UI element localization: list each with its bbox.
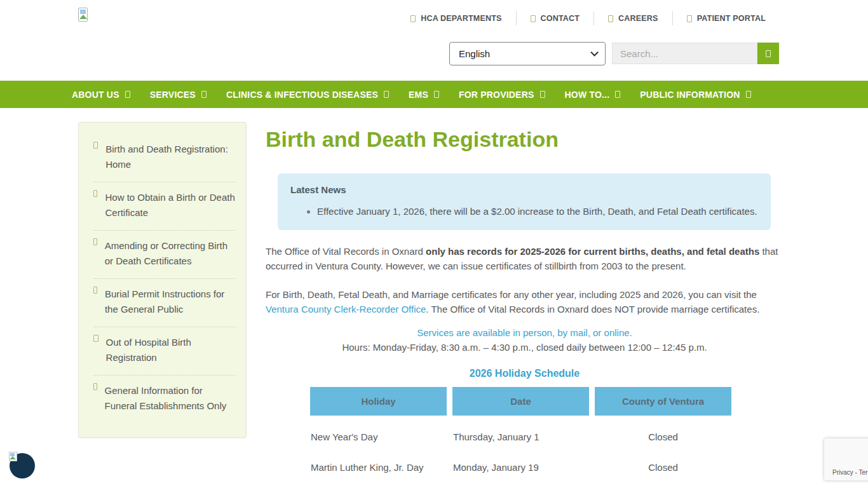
main-content: Birth and Death Registration Latest News… (266, 108, 783, 488)
content-area: Birth and Death Registration: Home How t… (0, 108, 868, 488)
latest-news-item: Effective January 1, 2026, there will be… (317, 205, 758, 219)
language-selected-value: English (459, 48, 490, 59)
chevron-down-icon (590, 48, 599, 57)
nav-for-providers[interactable]: FOR PROVIDERS (459, 90, 545, 100)
clerk-recorder-link[interactable]: Ventura County Clerk-Recorder Office (266, 304, 426, 315)
main-nav: ABOUT US SERVICES CLINICS & INFECTIOUS D… (0, 81, 868, 108)
user-icon (687, 15, 692, 22)
briefcase-icon (608, 15, 613, 22)
link-hca-departments[interactable]: HCA DEPARTMENTS (397, 14, 515, 23)
latest-news-list: Effective January 1, 2026, there will be… (317, 205, 758, 219)
page-title: Birth and Death Registration (266, 127, 783, 152)
bullet-icon (93, 383, 97, 390)
chevron-down-icon (125, 91, 130, 98)
search-icon (766, 50, 771, 57)
envelope-icon (531, 15, 536, 22)
broken-image-icon (9, 452, 17, 461)
column-header-date: Date (452, 387, 589, 416)
divider (93, 375, 236, 376)
nav-ems[interactable]: EMS (409, 90, 439, 100)
table-row: New Year's Day Thursday, January 1 Close… (310, 416, 731, 446)
nav-how-to[interactable]: HOW TO... (565, 90, 621, 100)
broken-logo-image-icon (78, 8, 88, 22)
search-button[interactable] (757, 43, 779, 64)
sidebar-item-obtain-certificate[interactable]: How to Obtain a Birth or Death Certifica… (93, 184, 236, 229)
table-row: Martin Luther King, Jr. Day Monday, Janu… (310, 446, 731, 477)
divider (93, 278, 236, 279)
link-label: CAREERS (618, 14, 658, 23)
nav-clinics-infectious-diseases[interactable]: CLINICS & INFECTIOUS DISEASES (226, 90, 389, 100)
link-label: HCA DEPARTMENTS (421, 14, 501, 23)
sidebar-item-amending-certificates[interactable]: Amending or Correcting Birth or Death Ce… (93, 232, 236, 277)
chevron-down-icon (615, 91, 620, 98)
services-availability-line: Services are available in person, by mai… (266, 325, 783, 340)
nav-public-information[interactable]: PUBLIC INFORMATION (640, 90, 750, 100)
services-link[interactable]: Services are available in person, by mai… (417, 327, 632, 338)
link-contact[interactable]: CONTACT (517, 14, 594, 23)
chevron-down-icon (540, 91, 545, 98)
utility-nav: HCA DEPARTMENTS CONTACT CAREERS PATIENT … (397, 11, 780, 25)
bullet-icon (93, 190, 97, 197)
divider (93, 327, 236, 327)
page: HCA DEPARTMENTS CONTACT CAREERS PATIENT … (0, 0, 868, 488)
table-row: President's Day Monday, February 16 Clos… (310, 477, 731, 488)
chevron-down-icon (746, 91, 751, 98)
language-select[interactable]: English (449, 42, 606, 65)
sidebar-item-funeral-establishments[interactable]: General Information for Funeral Establis… (93, 377, 236, 422)
bullet-icon (93, 287, 97, 294)
building-icon (410, 15, 416, 22)
sidebar-item-home[interactable]: Birth and Death Registration: Home (93, 135, 236, 180)
link-label: CONTACT (541, 14, 580, 23)
sidebar-item-burial-permit[interactable]: Burial Permit Instructions for the Gener… (93, 280, 236, 325)
site-header: HCA DEPARTMENTS CONTACT CAREERS PATIENT … (0, 0, 868, 81)
latest-news-box: Latest News Effective January 1, 2026, t… (278, 173, 771, 230)
recaptcha-terms-link[interactable]: Privacy - Terms (832, 469, 868, 476)
chevron-down-icon (384, 91, 389, 98)
table-header-row: Holiday Date County of Ventura (310, 387, 731, 416)
chevron-down-icon (434, 91, 439, 98)
nav-about-us[interactable]: ABOUT US (72, 90, 130, 100)
link-label: PATIENT PORTAL (697, 14, 766, 23)
bullet-icon (93, 335, 98, 342)
bullet-icon (93, 142, 98, 149)
column-header-holiday: Holiday (310, 387, 447, 416)
link-patient-portal[interactable]: PATIENT PORTAL (673, 14, 780, 23)
section-sidebar: Birth and Death Registration: Home How t… (78, 122, 247, 438)
holiday-schedule-table: Holiday Date County of Ventura New Year'… (310, 387, 731, 488)
latest-news-title: Latest News (290, 184, 758, 195)
search-bar (612, 43, 779, 64)
bullet-icon (93, 238, 97, 245)
recaptcha-badge[interactable]: Privacy - Terms (824, 438, 868, 480)
divider (93, 182, 236, 182)
holiday-schedule-title: 2026 Holiday Schedule (266, 368, 783, 379)
hours-line: Hours: Monday-Friday, 8:30 a.m. – 4:30 p… (266, 340, 783, 355)
column-header-county: County of Ventura (595, 387, 731, 416)
paragraph-other-years: For Birth, Death, Fetal Death, and Marri… (266, 287, 783, 316)
link-careers[interactable]: CAREERS (594, 14, 672, 23)
table-body: New Year's Day Thursday, January 1 Close… (310, 416, 731, 488)
accessibility-widget-button[interactable] (10, 453, 35, 478)
sidebar-item-out-of-hospital-birth[interactable]: Out of Hospital Birth Registration (93, 329, 236, 374)
paragraph-records: The Office of Vital Records in Oxnard on… (266, 244, 783, 273)
divider (93, 230, 236, 231)
search-input[interactable] (612, 43, 757, 64)
nav-services[interactable]: SERVICES (150, 90, 207, 100)
chevron-down-icon (201, 91, 207, 98)
